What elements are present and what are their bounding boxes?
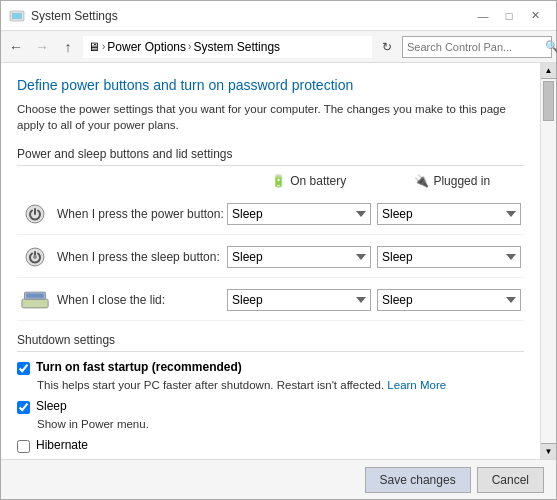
- shutdown-section-header: Shutdown settings: [17, 333, 524, 352]
- sleep-button-icon: [21, 243, 49, 271]
- scrollbar: ▲ ▼: [540, 63, 556, 459]
- close-button[interactable]: ✕: [522, 3, 548, 29]
- lid-plugged-select[interactable]: Do nothing Sleep Hibernate Shut down Tur…: [377, 289, 521, 311]
- col-battery-header: 🔋 On battery: [237, 174, 381, 188]
- scroll-thumb[interactable]: [543, 81, 554, 121]
- sleep-button-row: When I press the sleep button: Do nothin…: [17, 237, 524, 278]
- sleep-row: Sleep: [17, 399, 524, 414]
- minimize-button[interactable]: —: [470, 3, 496, 29]
- titlebar-controls: — □ ✕: [470, 3, 548, 29]
- sleep-button-label: When I press the sleep button:: [57, 250, 227, 264]
- page-description: Choose the power settings that you want …: [17, 101, 524, 133]
- svg-rect-5: [22, 299, 48, 308]
- breadcrumb-power-options[interactable]: Power Options: [107, 40, 186, 54]
- pluggedin-icon: 🔌: [414, 174, 429, 188]
- power-battery-select[interactable]: Do nothing Sleep Hibernate Shut down Tur…: [227, 203, 371, 225]
- search-icon: 🔍: [545, 40, 557, 53]
- breadcrumb-current: System Settings: [193, 40, 280, 54]
- svg-rect-7: [26, 294, 44, 298]
- save-changes-button[interactable]: Save changes: [365, 467, 471, 493]
- refresh-button[interactable]: ↻: [376, 36, 398, 58]
- breadcrumb-arrow-1: ›: [102, 41, 105, 52]
- hibernate-row: Hibernate: [17, 438, 524, 453]
- search-box: 🔍: [402, 36, 552, 58]
- sleep-battery-select-wrap: Do nothing Sleep Hibernate Shut down Tur…: [227, 246, 377, 268]
- content-area: Define power buttons and turn on passwor…: [1, 63, 556, 459]
- cancel-button[interactable]: Cancel: [477, 467, 544, 493]
- breadcrumb-arrow-2: ›: [188, 41, 191, 52]
- main-window: System Settings — □ ✕ ← → ↑ 🖥 › Power Op…: [0, 0, 557, 500]
- power-button-icon: [21, 200, 49, 228]
- power-plugged-select[interactable]: Do nothing Sleep Hibernate Shut down Tur…: [377, 203, 521, 225]
- lid-plugged-select-wrap: Do nothing Sleep Hibernate Shut down Tur…: [377, 289, 527, 311]
- scroll-track: [541, 79, 556, 443]
- sleep-plugged-select-wrap: Do nothing Sleep Hibernate Shut down Tur…: [377, 246, 527, 268]
- fast-startup-subtext: This helps start your PC faster after sh…: [37, 377, 524, 393]
- fast-startup-row: Turn on fast startup (recommended): [17, 360, 524, 375]
- back-button[interactable]: ←: [5, 36, 27, 58]
- lid-battery-select-wrap: Do nothing Sleep Hibernate Shut down Tur…: [227, 289, 377, 311]
- titlebar: System Settings — □ ✕: [1, 1, 556, 31]
- sleep-checkbox[interactable]: [17, 401, 30, 414]
- lid-selects: Do nothing Sleep Hibernate Shut down Tur…: [227, 289, 527, 311]
- column-headers: 🔋 On battery 🔌 Plugged in: [17, 174, 524, 188]
- battery-icon: 🔋: [271, 174, 286, 188]
- sleep-subtext: Show in Power menu.: [37, 416, 524, 432]
- hibernate-label[interactable]: Hibernate: [36, 438, 88, 452]
- lid-row: When I close the lid: Do nothing Sleep H…: [17, 280, 524, 321]
- shutdown-section: Shutdown settings Turn on fast startup (…: [17, 333, 524, 459]
- power-button-label: When I press the power button:: [57, 207, 227, 221]
- toolbar: ← → ↑ 🖥 › Power Options › System Setting…: [1, 31, 556, 63]
- breadcrumb-root-icon: 🖥: [88, 40, 100, 54]
- titlebar-title: System Settings: [31, 9, 470, 23]
- lid-icon: [21, 286, 49, 314]
- titlebar-icon: [9, 8, 25, 24]
- search-input[interactable]: [407, 41, 545, 53]
- page-title: Define power buttons and turn on passwor…: [17, 77, 524, 93]
- up-button[interactable]: ↑: [57, 36, 79, 58]
- lid-battery-select[interactable]: Do nothing Sleep Hibernate Shut down Tur…: [227, 289, 371, 311]
- power-sleep-section-header: Power and sleep buttons and lid settings: [17, 147, 524, 166]
- power-button-selects: Do nothing Sleep Hibernate Shut down Tur…: [227, 203, 527, 225]
- breadcrumb[interactable]: 🖥 › Power Options › System Settings: [83, 36, 372, 58]
- fast-startup-checkbox[interactable]: [17, 362, 30, 375]
- svg-point-4: [33, 255, 37, 259]
- power-plugged-select-wrap: Do nothing Sleep Hibernate Shut down Tur…: [377, 203, 527, 225]
- maximize-button[interactable]: □: [496, 3, 522, 29]
- power-battery-select-wrap: Do nothing Sleep Hibernate Shut down Tur…: [227, 203, 377, 225]
- scroll-down-button[interactable]: ▼: [541, 443, 556, 459]
- scroll-up-button[interactable]: ▲: [541, 63, 556, 79]
- fast-startup-label[interactable]: Turn on fast startup (recommended): [36, 360, 242, 374]
- lid-label: When I close the lid:: [57, 293, 227, 307]
- footer: Save changes Cancel: [1, 459, 556, 499]
- sleep-plugged-select[interactable]: Do nothing Sleep Hibernate Shut down Tur…: [377, 246, 521, 268]
- power-button-row: When I press the power button: Do nothin…: [17, 194, 524, 235]
- learn-more-link[interactable]: Learn More: [387, 379, 446, 391]
- sleep-label[interactable]: Sleep: [36, 399, 67, 413]
- main-content: Define power buttons and turn on passwor…: [1, 63, 540, 459]
- forward-button[interactable]: →: [31, 36, 53, 58]
- sleep-button-selects: Do nothing Sleep Hibernate Shut down Tur…: [227, 246, 527, 268]
- col-pluggedin-header: 🔌 Plugged in: [381, 174, 525, 188]
- hibernate-checkbox[interactable]: [17, 440, 30, 453]
- svg-rect-1: [12, 13, 22, 19]
- sleep-battery-select[interactable]: Do nothing Sleep Hibernate Shut down Tur…: [227, 246, 371, 268]
